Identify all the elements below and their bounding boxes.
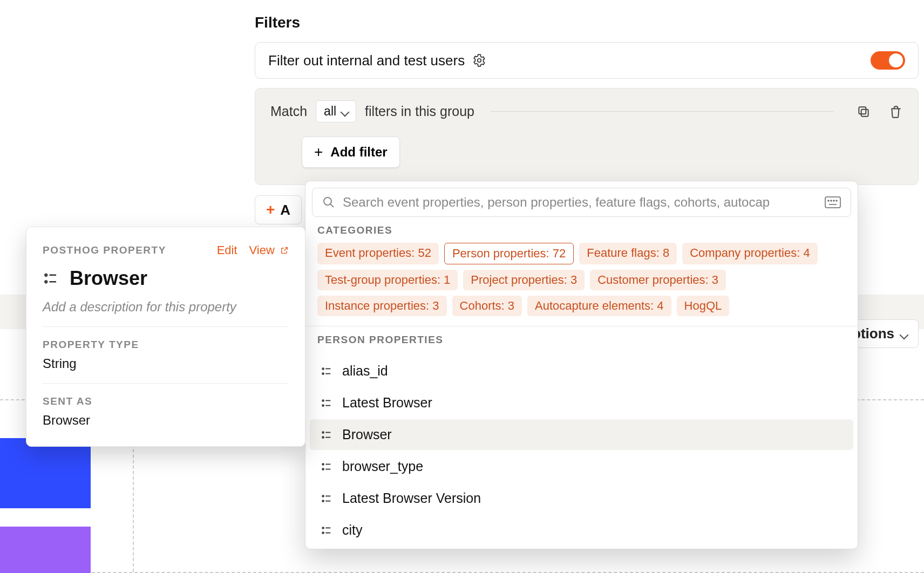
property-item[interactable]: Latest Browser	[310, 387, 853, 418]
search-icon	[322, 196, 335, 209]
property-item[interactable]: alias_id	[310, 356, 853, 386]
duplicate-group-button[interactable]	[857, 105, 871, 119]
svg-point-3	[324, 197, 331, 205]
internal-users-toggle[interactable]	[871, 51, 905, 70]
external-link-icon	[280, 246, 289, 255]
svg-point-9	[836, 200, 837, 201]
filters-in-group-text: filters in this group	[365, 104, 474, 119]
chart-bar-blue	[0, 438, 91, 508]
chart-bar-purple	[0, 527, 91, 573]
category-pill[interactable]: Customer properties: 3	[590, 270, 726, 290]
category-pills: Event properties: 52Person properties: 7…	[305, 243, 858, 326]
property-item-label: Latest Browser	[342, 395, 432, 411]
category-pill[interactable]: Instance properties: 3	[317, 296, 447, 316]
svg-point-19	[322, 432, 324, 433]
category-pill[interactable]: Autocapture elements: 4	[527, 296, 671, 316]
svg-point-37	[45, 281, 47, 283]
svg-point-6	[828, 200, 829, 201]
svg-point-27	[322, 495, 324, 497]
svg-rect-1	[861, 109, 868, 116]
category-pill[interactable]: Feature flags: 8	[579, 243, 677, 264]
add-filter-button[interactable]: Add filter	[302, 137, 400, 168]
property-item[interactable]: Latest Browser Version	[310, 483, 853, 514]
search-container	[312, 188, 851, 217]
svg-point-7	[831, 200, 832, 201]
chevron-down-icon	[901, 325, 907, 342]
sent-as-value: Browser	[43, 413, 289, 428]
svg-point-21	[322, 436, 324, 438]
group-divider	[491, 111, 834, 112]
property-tooltip: POSTHOG PROPERTY Edit View Browser Add a…	[26, 227, 305, 447]
tooltip-title-text: Browser	[70, 267, 147, 290]
tooltip-divider	[43, 383, 289, 384]
list-icon	[321, 429, 332, 441]
svg-point-33	[322, 532, 324, 534]
view-link-text: View	[249, 243, 275, 257]
svg-line-4	[330, 204, 334, 207]
property-type-label: PROPERTY TYPE	[43, 339, 289, 351]
list-icon	[321, 493, 332, 504]
add-filter-group-button[interactable]: + A	[255, 195, 302, 224]
property-item-label: Browser	[342, 427, 392, 442]
property-item-label: Latest Browser Version	[342, 490, 481, 506]
filter-selector-popover: CATEGORIES Event properties: 52Person pr…	[305, 181, 858, 549]
match-mode-value: all	[324, 104, 336, 119]
svg-point-29	[322, 500, 324, 502]
svg-point-11	[322, 368, 324, 370]
property-item-label: browser_type	[342, 459, 423, 474]
tooltip-description-placeholder[interactable]: Add a description for this property	[43, 299, 289, 315]
svg-point-0	[478, 59, 481, 63]
category-pill[interactable]: Company properties: 4	[682, 243, 818, 264]
category-pill[interactable]: Cohorts: 3	[452, 296, 522, 316]
search-input[interactable]	[343, 195, 817, 210]
property-type-value: String	[43, 356, 289, 371]
list-icon	[321, 397, 332, 409]
match-mode-select[interactable]: all	[316, 100, 356, 122]
keyboard-icon[interactable]	[825, 196, 841, 208]
svg-point-35	[45, 274, 47, 276]
tooltip-kicker: POSTHOG PROPERTY	[43, 244, 166, 256]
svg-point-8	[833, 200, 834, 201]
property-item-label: city	[342, 522, 363, 538]
category-pill[interactable]: Event properties: 52	[317, 243, 439, 264]
categories-heading: CATEGORIES	[317, 224, 846, 236]
category-pill[interactable]: HogQL	[677, 296, 730, 316]
category-pill[interactable]: Project properties: 3	[463, 270, 585, 290]
filters-heading: Filters	[255, 14, 300, 31]
gear-icon[interactable]	[472, 53, 486, 67]
svg-rect-2	[859, 107, 866, 114]
svg-point-17	[322, 405, 324, 406]
property-item[interactable]: Browser	[310, 419, 853, 450]
add-filter-group-partial: A	[280, 202, 290, 219]
category-pill[interactable]: Test-group properties: 1	[317, 270, 458, 290]
filter-out-internal-row: Filter out internal and test users	[255, 42, 919, 79]
property-item[interactable]: browser_type	[310, 451, 853, 482]
filter-group: Match all filters in this group Add filt…	[255, 88, 919, 185]
match-label: Match	[270, 104, 307, 119]
property-list[interactable]: alias_idLatest BrowserBrowserbrowser_typ…	[305, 352, 858, 549]
list-icon	[43, 270, 59, 286]
chevron-down-icon	[342, 104, 348, 119]
popover-divider	[305, 326, 858, 326]
add-filter-label: Add filter	[330, 145, 387, 160]
plus-icon: +	[266, 201, 275, 219]
svg-point-15	[322, 400, 324, 401]
list-icon	[321, 524, 332, 536]
tooltip-divider	[43, 326, 289, 327]
view-link[interactable]: View	[249, 243, 289, 257]
property-item[interactable]: city	[310, 515, 853, 545]
edit-link[interactable]: Edit	[217, 243, 237, 257]
person-properties-heading: PERSON PROPERTIES	[317, 334, 846, 346]
delete-group-button[interactable]	[889, 105, 903, 119]
svg-point-13	[322, 373, 324, 374]
category-pill[interactable]: Person properties: 72	[444, 243, 574, 264]
property-item-label: alias_id	[342, 363, 388, 379]
filter-out-internal-label: Filter out internal and test users	[268, 52, 465, 69]
list-icon	[321, 365, 332, 377]
plus-icon	[314, 144, 323, 161]
svg-point-25	[322, 468, 324, 470]
svg-point-31	[322, 527, 324, 529]
list-icon	[321, 461, 332, 473]
sent-as-label: SENT AS	[43, 395, 289, 407]
svg-rect-5	[825, 197, 840, 208]
